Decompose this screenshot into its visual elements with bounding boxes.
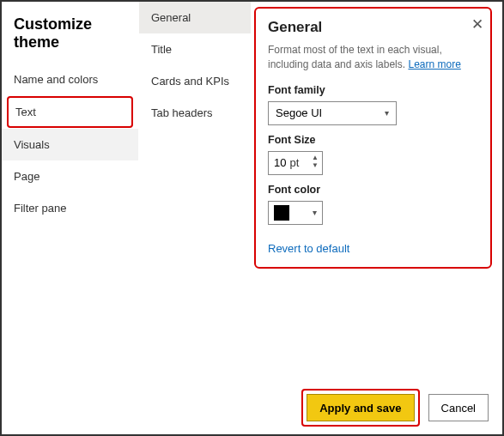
- apply-and-save-button[interactable]: Apply and save: [307, 394, 414, 421]
- mid-nav: General Title Cards and KPIs Tab headers: [139, 2, 251, 385]
- dialog-title: Customize theme: [2, 2, 138, 64]
- mid-nav-tab-headers[interactable]: Tab headers: [139, 97, 251, 129]
- left-nav-name-and-colors[interactable]: Name and colors: [2, 64, 138, 95]
- font-family-label: Font family: [268, 84, 478, 96]
- font-size-unit: pt: [289, 156, 299, 169]
- mid-nav-general[interactable]: General: [139, 2, 251, 33]
- left-nav-visuals[interactable]: Visuals: [2, 129, 138, 160]
- font-family-value: Segoe UI: [276, 106, 322, 119]
- left-nav-filter-pane[interactable]: Filter pane: [2, 192, 138, 224]
- mid-nav-title[interactable]: Title: [139, 33, 251, 65]
- mid-nav-cards-and-kpis[interactable]: Cards and KPIs: [139, 65, 251, 97]
- font-color-picker[interactable]: ▾: [268, 201, 323, 225]
- apply-highlight: Apply and save: [301, 389, 419, 427]
- font-size-input[interactable]: 10 pt ▲▼: [268, 151, 323, 175]
- panel-description: Format most of the text in each visual, …: [268, 43, 478, 72]
- chevron-down-icon: ▾: [313, 208, 317, 217]
- left-nav: Customize theme Name and colors Text Vis…: [2, 2, 139, 385]
- learn-more-link[interactable]: Learn more: [408, 58, 460, 70]
- chevron-down-icon: ▼: [312, 161, 319, 169]
- spinner-arrows[interactable]: ▲▼: [312, 154, 319, 169]
- chevron-down-icon: ▾: [385, 108, 389, 118]
- dialog-body: Customize theme Name and colors Text Vis…: [2, 2, 502, 385]
- chevron-up-icon: ▲: [312, 154, 319, 161]
- left-nav-page[interactable]: Page: [2, 160, 138, 192]
- revert-to-default-link[interactable]: Revert to default: [268, 242, 478, 255]
- general-panel: General Format most of the text in each …: [254, 7, 492, 269]
- font-size-label: Font Size: [268, 134, 478, 146]
- font-family-select[interactable]: Segoe UI ▾: [268, 101, 397, 125]
- font-color-label: Font color: [268, 184, 478, 196]
- panel-heading: General: [268, 19, 478, 36]
- font-size-value: 10: [274, 156, 286, 169]
- customize-theme-dialog: Customize theme Name and colors Text Vis…: [0, 0, 504, 436]
- settings-panel: ✕ General Format most of the text in eac…: [251, 2, 502, 385]
- dialog-footer: Apply and save Cancel: [2, 385, 502, 434]
- color-swatch: [274, 205, 289, 221]
- left-nav-text[interactable]: Text: [7, 96, 133, 128]
- cancel-button[interactable]: Cancel: [428, 394, 489, 421]
